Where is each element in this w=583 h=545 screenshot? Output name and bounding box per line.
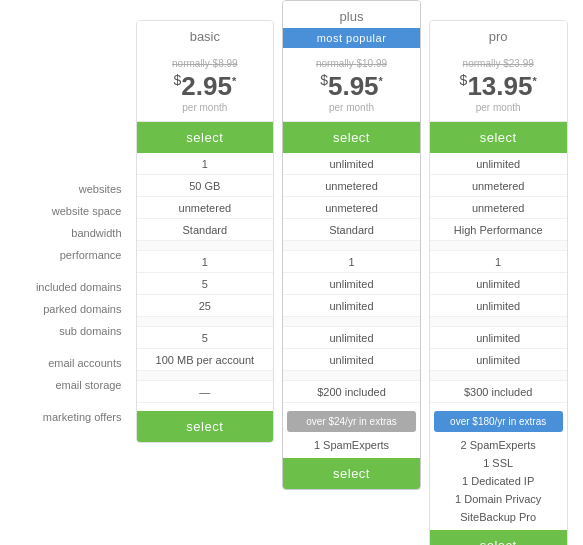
basic-website-space: 50 GB	[137, 175, 274, 197]
plan-pro-per-month: per month	[434, 102, 563, 113]
label-bandwidth: bandwidth	[12, 222, 132, 244]
label-column: websites website space bandwidth perform…	[12, 20, 132, 428]
basic-sub-domains: 25	[137, 295, 274, 317]
plan-pro-select-top[interactable]: select	[430, 122, 567, 153]
plan-basic-price-box: normally $8.99 $2.95* per month	[137, 48, 274, 122]
plan-plus-select-bottom[interactable]: select	[283, 458, 420, 489]
pro-marketing-offers: $300 included	[430, 381, 567, 403]
basic-bandwidth: unmetered	[137, 197, 274, 219]
plus-sub-domains: unlimited	[283, 295, 420, 317]
basic-performance: Standard	[137, 219, 274, 241]
basic-email-storage: 100 MB per account	[137, 349, 274, 371]
plus-website-space: unmetered	[283, 175, 420, 197]
pro-sub-domains: unlimited	[430, 295, 567, 317]
pricing-table: websites website space bandwidth perform…	[12, 20, 572, 545]
label-sub-domains: sub domains	[12, 320, 132, 342]
basic-marketing-offers: —	[137, 381, 274, 403]
pro-extra-4: SiteBackup Pro	[430, 508, 567, 526]
label-email-accounts: email accounts	[12, 352, 132, 374]
plan-pro-price-box: normally $23.99 $13.95* per month	[430, 48, 567, 122]
pro-parked-domains: unlimited	[430, 273, 567, 295]
plan-pro: pro normally $23.99 $13.95* per month se…	[429, 20, 568, 545]
plan-plus-normally: normally $10.99	[287, 58, 416, 69]
plus-parked-domains: unlimited	[283, 273, 420, 295]
plan-pro-name: pro	[430, 21, 567, 48]
pro-email-accounts: unlimited	[430, 327, 567, 349]
plan-basic: basic normally $8.99 $2.95* per month se…	[136, 20, 275, 443]
plan-plus-price: $5.95*	[320, 71, 383, 101]
pro-extra-1: 1 SSL	[430, 454, 567, 472]
basic-included-domains: 1	[137, 251, 274, 273]
plan-basic-select-top[interactable]: select	[137, 122, 274, 153]
pro-extra-0: 2 SpamExperts	[430, 436, 567, 454]
plus-extra-0: 1 SpamExperts	[283, 436, 420, 454]
plus-websites: unlimited	[283, 153, 420, 175]
pro-extra-3: 1 Domain Privacy	[430, 490, 567, 508]
basic-email-accounts: 5	[137, 327, 274, 349]
label-included-domains: included domains	[12, 276, 132, 298]
label-performance: performance	[12, 244, 132, 266]
pro-bandwidth: unmetered	[430, 197, 567, 219]
plan-plus-per-month: per month	[287, 102, 416, 113]
plus-email-storage: unlimited	[283, 349, 420, 371]
plan-plus-badge: most popular	[283, 28, 420, 48]
plus-extras-badge: over $24/yr in extras	[287, 411, 416, 432]
plus-performance: Standard	[283, 219, 420, 241]
plan-plus-name: plus	[283, 1, 420, 28]
label-parked-domains: parked domains	[12, 298, 132, 320]
pro-extra-2: 1 Dedicated IP	[430, 472, 567, 490]
label-websites: websites	[12, 178, 132, 200]
plus-marketing-offers: $200 included	[283, 381, 420, 403]
plan-plus-price-box: normally $10.99 $5.95* per month	[283, 48, 420, 122]
plan-pro-price: $13.95*	[460, 71, 537, 101]
plus-included-domains: 1	[283, 251, 420, 273]
label-email-storage: email storage	[12, 374, 132, 396]
plan-basic-select-bottom[interactable]: select	[137, 411, 274, 442]
pro-websites: unlimited	[430, 153, 567, 175]
pro-website-space: unmetered	[430, 175, 567, 197]
label-website-space: website space	[12, 200, 132, 222]
pro-extras-badge: over $180/yr in extras	[434, 411, 563, 432]
basic-websites: 1	[137, 153, 274, 175]
label-marketing-offers: marketing offers	[12, 406, 132, 428]
plan-basic-price: $2.95*	[173, 71, 236, 101]
pro-email-storage: unlimited	[430, 349, 567, 371]
plan-plus-select-top[interactable]: select	[283, 122, 420, 153]
basic-parked-domains: 5	[137, 273, 274, 295]
pro-performance: High Performance	[430, 219, 567, 241]
plus-bandwidth: unmetered	[283, 197, 420, 219]
plan-pro-normally: normally $23.99	[434, 58, 563, 69]
plan-basic-normally: normally $8.99	[141, 58, 270, 69]
plan-basic-name: basic	[137, 21, 274, 48]
plan-pro-select-bottom[interactable]: select	[430, 530, 567, 545]
plus-email-accounts: unlimited	[283, 327, 420, 349]
plan-basic-per-month: per month	[141, 102, 270, 113]
pro-included-domains: 1	[430, 251, 567, 273]
plan-plus: plus most popular normally $10.99 $5.95*…	[282, 0, 421, 490]
